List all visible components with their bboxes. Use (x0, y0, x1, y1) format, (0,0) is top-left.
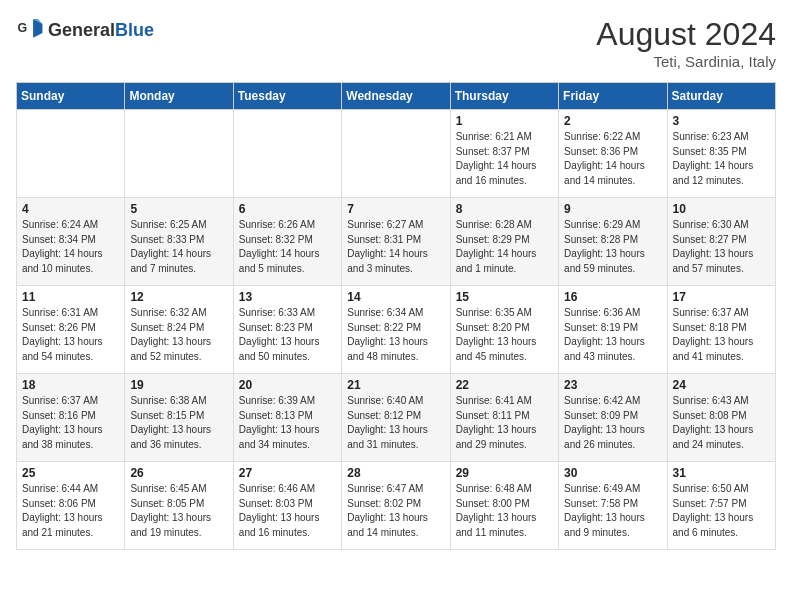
day-header-thursday: Thursday (450, 83, 558, 110)
day-number: 10 (673, 202, 770, 216)
day-info: Sunrise: 6:45 AM Sunset: 8:05 PM Dayligh… (130, 482, 227, 540)
day-number: 6 (239, 202, 336, 216)
day-info: Sunrise: 6:32 AM Sunset: 8:24 PM Dayligh… (130, 306, 227, 364)
calendar-cell: 19Sunrise: 6:38 AM Sunset: 8:15 PM Dayli… (125, 374, 233, 462)
calendar-cell: 10Sunrise: 6:30 AM Sunset: 8:27 PM Dayli… (667, 198, 775, 286)
day-number: 16 (564, 290, 661, 304)
day-info: Sunrise: 6:40 AM Sunset: 8:12 PM Dayligh… (347, 394, 444, 452)
day-info: Sunrise: 6:34 AM Sunset: 8:22 PM Dayligh… (347, 306, 444, 364)
day-info: Sunrise: 6:35 AM Sunset: 8:20 PM Dayligh… (456, 306, 553, 364)
calendar-cell: 8Sunrise: 6:28 AM Sunset: 8:29 PM Daylig… (450, 198, 558, 286)
calendar-cell: 6Sunrise: 6:26 AM Sunset: 8:32 PM Daylig… (233, 198, 341, 286)
day-number: 9 (564, 202, 661, 216)
calendar-cell: 25Sunrise: 6:44 AM Sunset: 8:06 PM Dayli… (17, 462, 125, 550)
day-number: 3 (673, 114, 770, 128)
calendar-cell: 29Sunrise: 6:48 AM Sunset: 8:00 PM Dayli… (450, 462, 558, 550)
day-info: Sunrise: 6:25 AM Sunset: 8:33 PM Dayligh… (130, 218, 227, 276)
calendar-cell: 2Sunrise: 6:22 AM Sunset: 8:36 PM Daylig… (559, 110, 667, 198)
day-info: Sunrise: 6:50 AM Sunset: 7:57 PM Dayligh… (673, 482, 770, 540)
day-info: Sunrise: 6:22 AM Sunset: 8:36 PM Dayligh… (564, 130, 661, 188)
day-number: 13 (239, 290, 336, 304)
week-row-1: 1Sunrise: 6:21 AM Sunset: 8:37 PM Daylig… (17, 110, 776, 198)
day-number: 21 (347, 378, 444, 392)
day-info: Sunrise: 6:36 AM Sunset: 8:19 PM Dayligh… (564, 306, 661, 364)
day-info: Sunrise: 6:27 AM Sunset: 8:31 PM Dayligh… (347, 218, 444, 276)
calendar-cell (233, 110, 341, 198)
day-number: 26 (130, 466, 227, 480)
location-subtitle: Teti, Sardinia, Italy (596, 53, 776, 70)
day-number: 12 (130, 290, 227, 304)
logo: G General Blue (16, 16, 154, 44)
day-info: Sunrise: 6:29 AM Sunset: 8:28 PM Dayligh… (564, 218, 661, 276)
day-info: Sunrise: 6:47 AM Sunset: 8:02 PM Dayligh… (347, 482, 444, 540)
calendar-cell: 17Sunrise: 6:37 AM Sunset: 8:18 PM Dayli… (667, 286, 775, 374)
calendar-cell: 1Sunrise: 6:21 AM Sunset: 8:37 PM Daylig… (450, 110, 558, 198)
day-number: 7 (347, 202, 444, 216)
calendar-cell: 30Sunrise: 6:49 AM Sunset: 7:58 PM Dayli… (559, 462, 667, 550)
calendar-cell: 13Sunrise: 6:33 AM Sunset: 8:23 PM Dayli… (233, 286, 341, 374)
day-number: 5 (130, 202, 227, 216)
day-number: 25 (22, 466, 119, 480)
week-row-5: 25Sunrise: 6:44 AM Sunset: 8:06 PM Dayli… (17, 462, 776, 550)
day-info: Sunrise: 6:23 AM Sunset: 8:35 PM Dayligh… (673, 130, 770, 188)
day-info: Sunrise: 6:31 AM Sunset: 8:26 PM Dayligh… (22, 306, 119, 364)
day-info: Sunrise: 6:37 AM Sunset: 8:18 PM Dayligh… (673, 306, 770, 364)
day-header-wednesday: Wednesday (342, 83, 450, 110)
day-number: 15 (456, 290, 553, 304)
calendar-cell: 5Sunrise: 6:25 AM Sunset: 8:33 PM Daylig… (125, 198, 233, 286)
day-number: 22 (456, 378, 553, 392)
calendar-cell: 16Sunrise: 6:36 AM Sunset: 8:19 PM Dayli… (559, 286, 667, 374)
day-info: Sunrise: 6:21 AM Sunset: 8:37 PM Dayligh… (456, 130, 553, 188)
week-row-3: 11Sunrise: 6:31 AM Sunset: 8:26 PM Dayli… (17, 286, 776, 374)
day-info: Sunrise: 6:43 AM Sunset: 8:08 PM Dayligh… (673, 394, 770, 452)
day-header-tuesday: Tuesday (233, 83, 341, 110)
day-info: Sunrise: 6:39 AM Sunset: 8:13 PM Dayligh… (239, 394, 336, 452)
day-number: 11 (22, 290, 119, 304)
day-info: Sunrise: 6:42 AM Sunset: 8:09 PM Dayligh… (564, 394, 661, 452)
day-number: 4 (22, 202, 119, 216)
day-number: 18 (22, 378, 119, 392)
logo-general-text: General (48, 20, 115, 41)
calendar-cell: 22Sunrise: 6:41 AM Sunset: 8:11 PM Dayli… (450, 374, 558, 462)
day-number: 24 (673, 378, 770, 392)
calendar-cell: 9Sunrise: 6:29 AM Sunset: 8:28 PM Daylig… (559, 198, 667, 286)
calendar-cell: 28Sunrise: 6:47 AM Sunset: 8:02 PM Dayli… (342, 462, 450, 550)
day-number: 30 (564, 466, 661, 480)
logo-icon: G (16, 16, 44, 44)
day-header-friday: Friday (559, 83, 667, 110)
day-info: Sunrise: 6:38 AM Sunset: 8:15 PM Dayligh… (130, 394, 227, 452)
calendar-cell: 21Sunrise: 6:40 AM Sunset: 8:12 PM Dayli… (342, 374, 450, 462)
day-number: 29 (456, 466, 553, 480)
calendar-cell: 27Sunrise: 6:46 AM Sunset: 8:03 PM Dayli… (233, 462, 341, 550)
calendar-cell: 18Sunrise: 6:37 AM Sunset: 8:16 PM Dayli… (17, 374, 125, 462)
calendar-cell: 7Sunrise: 6:27 AM Sunset: 8:31 PM Daylig… (342, 198, 450, 286)
day-info: Sunrise: 6:28 AM Sunset: 8:29 PM Dayligh… (456, 218, 553, 276)
day-number: 20 (239, 378, 336, 392)
svg-text:G: G (18, 21, 28, 35)
calendar-cell: 24Sunrise: 6:43 AM Sunset: 8:08 PM Dayli… (667, 374, 775, 462)
week-row-2: 4Sunrise: 6:24 AM Sunset: 8:34 PM Daylig… (17, 198, 776, 286)
day-header-monday: Monday (125, 83, 233, 110)
calendar-cell: 11Sunrise: 6:31 AM Sunset: 8:26 PM Dayli… (17, 286, 125, 374)
calendar-table: SundayMondayTuesdayWednesdayThursdayFrid… (16, 82, 776, 550)
title-block: August 2024 Teti, Sardinia, Italy (596, 16, 776, 70)
calendar-cell: 26Sunrise: 6:45 AM Sunset: 8:05 PM Dayli… (125, 462, 233, 550)
day-number: 8 (456, 202, 553, 216)
day-number: 2 (564, 114, 661, 128)
week-row-4: 18Sunrise: 6:37 AM Sunset: 8:16 PM Dayli… (17, 374, 776, 462)
day-info: Sunrise: 6:46 AM Sunset: 8:03 PM Dayligh… (239, 482, 336, 540)
day-header-sunday: Sunday (17, 83, 125, 110)
day-info: Sunrise: 6:30 AM Sunset: 8:27 PM Dayligh… (673, 218, 770, 276)
day-number: 19 (130, 378, 227, 392)
calendar-cell: 15Sunrise: 6:35 AM Sunset: 8:20 PM Dayli… (450, 286, 558, 374)
calendar-cell (342, 110, 450, 198)
calendar-cell (17, 110, 125, 198)
calendar-cell: 3Sunrise: 6:23 AM Sunset: 8:35 PM Daylig… (667, 110, 775, 198)
month-year-title: August 2024 (596, 16, 776, 53)
day-number: 28 (347, 466, 444, 480)
day-number: 14 (347, 290, 444, 304)
day-info: Sunrise: 6:37 AM Sunset: 8:16 PM Dayligh… (22, 394, 119, 452)
day-number: 17 (673, 290, 770, 304)
day-info: Sunrise: 6:26 AM Sunset: 8:32 PM Dayligh… (239, 218, 336, 276)
day-info: Sunrise: 6:44 AM Sunset: 8:06 PM Dayligh… (22, 482, 119, 540)
